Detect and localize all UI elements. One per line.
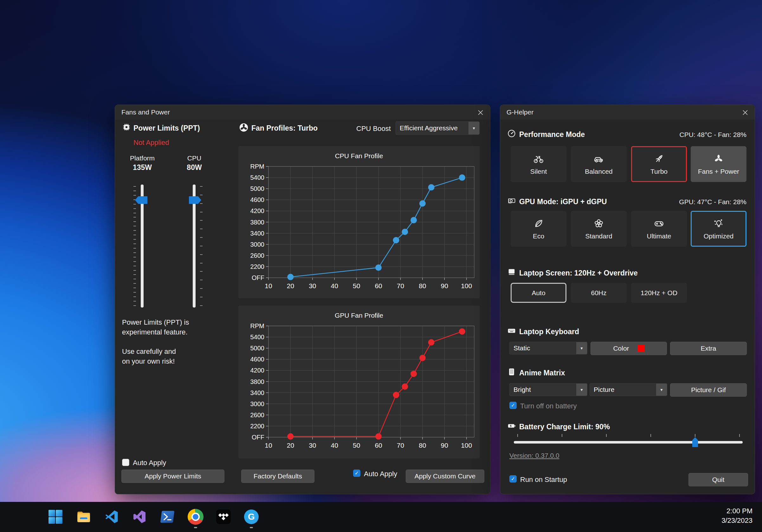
desktop: Fans and Power Power Limits (PPT) Not Ap… [0, 0, 762, 532]
taskbar-explorer-icon[interactable] [74, 507, 94, 527]
fan-curve-point[interactable] [428, 339, 434, 345]
fan-curve-point[interactable] [402, 229, 408, 235]
fan-curve-point[interactable] [393, 237, 399, 244]
chevron-down-icon[interactable]: ▾ [656, 384, 667, 396]
tile-label: Optimized [704, 232, 734, 240]
fan-curve-point[interactable] [402, 383, 408, 390]
screen-option-60hz[interactable]: 60Hz [571, 283, 627, 303]
fan-curve-point[interactable] [419, 200, 426, 207]
battery-slider[interactable] [514, 441, 743, 443]
taskbar-chrome-icon[interactable] [186, 507, 206, 527]
svg-text:30: 30 [309, 282, 316, 289]
mode-tile-balanced[interactable]: Balanced [571, 146, 627, 182]
fan-curve-point[interactable] [287, 433, 293, 440]
gpu-tile-optimized[interactable]: Optimized [691, 211, 746, 247]
version-link[interactable]: Version: 0.37.0.0 [509, 452, 560, 459]
fan-curve-point[interactable] [459, 329, 465, 335]
mode-tile-silent[interactable]: Silent [511, 146, 567, 182]
fan-curve-point[interactable] [375, 265, 382, 271]
tray-clock[interactable]: 2:00 PM 3/23/2023 [722, 506, 752, 525]
screen-option-120hz-od[interactable]: 120Hz + OD [631, 283, 687, 303]
apply-power-limits-button[interactable]: Apply Power Limits [121, 470, 224, 483]
taskbar-powershell-icon[interactable] [157, 507, 178, 527]
gpu-temp-status: GPU: 47°C - Fan: 28% [679, 198, 746, 206]
gamepad-icon [653, 218, 665, 229]
screen-option-auto[interactable]: Auto [511, 283, 567, 303]
fan-curve-point[interactable] [419, 355, 426, 361]
svg-text:70: 70 [397, 442, 404, 449]
anime-brightness-dropdown[interactable]: Bright ▾ [509, 383, 587, 396]
curve-auto-apply-checkbox[interactable]: ✓ [353, 470, 360, 477]
power-auto-apply-checkbox[interactable] [122, 459, 129, 466]
svg-text:40: 40 [331, 442, 338, 449]
taskbar-vscode-icon[interactable] [102, 507, 122, 527]
chevron-down-icon[interactable]: ▾ [469, 122, 479, 134]
factory-defaults-button[interactable]: Factory Defaults [241, 470, 314, 483]
anime-picture-gif-button[interactable]: Picture / Gif [670, 383, 747, 397]
fan-curve-point[interactable] [287, 274, 293, 280]
platform-slider-label: Platform [121, 154, 163, 162]
fans-window-titlebar[interactable]: Fans and Power [115, 105, 490, 119]
keyboard-extra-button[interactable]: Extra [670, 342, 747, 355]
keyboard-color-label: Color [613, 344, 629, 352]
close-icon[interactable] [476, 108, 486, 117]
tile-label: Standard [585, 232, 612, 240]
gpu-fan-chart[interactable]: GPU Fan ProfileOFF2200260030003400380042… [238, 306, 480, 458]
cpu-boost-value: Efficient Aggressive [400, 124, 458, 132]
cpu-slider-label: CPU [173, 154, 215, 162]
keyboard-color-swatch [638, 345, 645, 352]
platform-slider-thumb[interactable] [135, 196, 147, 204]
svg-text:4600: 4600 [251, 356, 265, 363]
ghelper-titlebar[interactable]: G-Helper [500, 105, 755, 119]
svg-text:4200: 4200 [251, 207, 265, 214]
gpu-tile-standard[interactable]: Standard [571, 211, 627, 247]
anime-battery-checkbox[interactable]: ✓ [509, 402, 517, 409]
anime-mode-dropdown[interactable]: Picture ▾ [589, 383, 667, 396]
battery-slider-thumb[interactable] [692, 437, 698, 447]
fan-curve-point[interactable] [393, 392, 399, 398]
tile-label: Balanced [585, 168, 613, 175]
keyboard-color-button[interactable]: Color [590, 342, 667, 355]
quit-button[interactable]: Quit [688, 473, 748, 486]
taskbar-start-icon[interactable] [45, 507, 66, 527]
gpu-tile-eco[interactable]: Eco [511, 211, 567, 247]
svg-text:80: 80 [419, 442, 426, 449]
performance-mode-heading: Performance Mode [519, 130, 585, 139]
anime-mode-value: Picture [594, 386, 614, 394]
gauge-icon [507, 129, 516, 139]
apply-custom-curve-button[interactable]: Apply Custom Curve [406, 470, 484, 483]
cpu-fan-chart[interactable]: CPU Fan ProfileOFF2200260030003400380042… [238, 146, 480, 298]
svg-text:90: 90 [441, 282, 448, 289]
chevron-down-icon[interactable]: ▾ [576, 384, 587, 396]
close-icon[interactable] [740, 108, 750, 117]
fan-curve-point[interactable] [428, 184, 434, 190]
cpu-boost-dropdown[interactable]: Efficient Aggressive ▾ [396, 121, 480, 135]
fans-and-power-window: Fans and Power Power Limits (PPT) Not Ap… [115, 105, 491, 494]
startup-checkbox[interactable]: ✓ [509, 475, 517, 483]
bicycle-icon [533, 153, 544, 165]
taskbar-ghelper-icon[interactable]: G [241, 507, 262, 527]
taskbar-tidal-icon[interactable] [213, 507, 234, 527]
mode-tile-fans-power[interactable]: Fans + Power [691, 146, 746, 182]
gpu-fan-chart-panel[interactable]: GPU Fan ProfileOFF2200260030003400380042… [238, 306, 480, 458]
mode-tile-turbo[interactable]: Turbo [631, 146, 687, 182]
svg-text:10: 10 [265, 282, 272, 289]
svg-text:3800: 3800 [251, 219, 265, 226]
fan-curve-point[interactable] [375, 433, 382, 440]
fans-window-title: Fans and Power [121, 109, 170, 116]
taskbar-visual-studio-icon[interactable] [129, 507, 150, 527]
svg-text:5000: 5000 [251, 185, 265, 192]
gpu-tile-ultimate[interactable]: Ultimate [631, 211, 687, 247]
svg-text:2600: 2600 [251, 412, 265, 418]
chevron-down-icon[interactable]: ▾ [576, 342, 587, 354]
anime-matrix-heading: Anime Matrix [519, 369, 565, 377]
anime-matrix-icon [507, 367, 516, 378]
fan-curve-point[interactable] [411, 217, 417, 223]
keyboard-mode-dropdown[interactable]: Static ▾ [509, 342, 587, 354]
fan-curve-point[interactable] [411, 371, 417, 377]
cpu-slider-thumb[interactable] [189, 196, 201, 204]
svg-text:60: 60 [375, 442, 382, 449]
cpu-fan-chart-panel[interactable]: CPU Fan ProfileOFF2200260030003400380042… [238, 146, 480, 298]
chart-title: CPU Fan Profile [335, 152, 383, 160]
fan-curve-point[interactable] [459, 174, 465, 181]
